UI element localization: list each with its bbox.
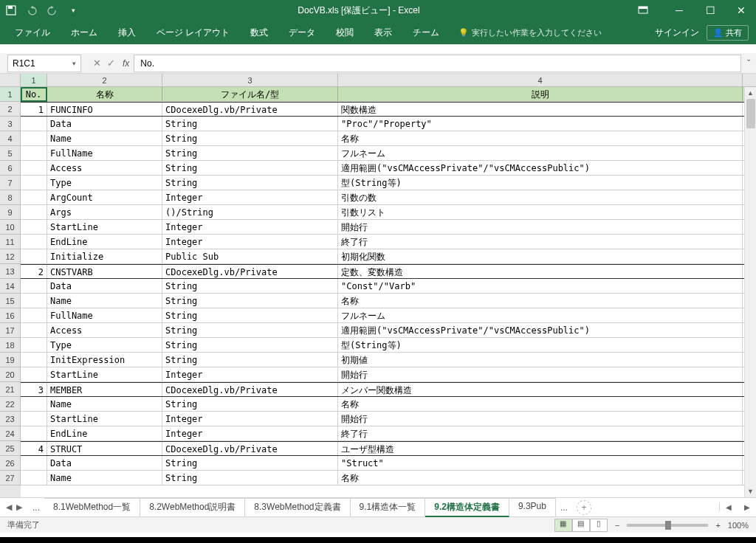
row-header[interactable]: 3 bbox=[0, 117, 21, 131]
cell-no[interactable]: 4 bbox=[21, 442, 47, 455]
cell-desc[interactable]: メンバー関数構造 bbox=[338, 383, 743, 396]
row-header[interactable]: 5 bbox=[0, 146, 21, 161]
row-header[interactable]: 22 bbox=[0, 397, 21, 412]
cell-name[interactable]: Data bbox=[47, 117, 162, 131]
cell-desc[interactable]: "Const"/"Varb" bbox=[338, 279, 743, 293]
cell-no[interactable] bbox=[21, 294, 47, 308]
cell-file[interactable]: String bbox=[162, 397, 338, 411]
cell-name[interactable]: InitExpression bbox=[47, 353, 162, 367]
row-header[interactable]: 25 bbox=[0, 441, 21, 456]
cell-desc[interactable]: 名称 bbox=[338, 131, 743, 145]
cell-no[interactable] bbox=[21, 353, 47, 367]
row-header[interactable]: 2 bbox=[0, 102, 21, 117]
cell-file[interactable]: String bbox=[162, 308, 338, 322]
cell-desc[interactable]: 型(String等) bbox=[338, 338, 743, 352]
cell-file[interactable]: String bbox=[162, 279, 338, 293]
tabs-overflow-left[interactable]: ... bbox=[28, 502, 44, 513]
cell-file[interactable]: String bbox=[162, 323, 338, 337]
cells-area[interactable]: No.名称ファイル名/型説明1FUNCINFOCDocexeDlg.vb/Pri… bbox=[21, 87, 756, 497]
cell-no[interactable] bbox=[21, 146, 47, 160]
cell-name[interactable]: Type bbox=[47, 338, 162, 352]
cell-no[interactable] bbox=[21, 161, 47, 175]
hscroll-left-icon[interactable]: ◀ bbox=[720, 503, 738, 511]
col-header-4[interactable]: 4 bbox=[338, 74, 743, 86]
cell-name[interactable]: STRUCT bbox=[47, 442, 162, 455]
cell-no[interactable] bbox=[21, 412, 47, 426]
row-header[interactable]: 21 bbox=[0, 382, 21, 397]
row-header[interactable]: 16 bbox=[0, 308, 21, 323]
cell-desc[interactable]: 開始行 bbox=[338, 367, 743, 381]
cell-name[interactable]: Args bbox=[47, 205, 162, 219]
row-header[interactable]: 8 bbox=[0, 190, 21, 205]
cell-file[interactable]: String bbox=[162, 146, 338, 160]
cell-desc[interactable]: 開始行 bbox=[338, 412, 743, 426]
page-break-view-button[interactable]: ▯ bbox=[590, 519, 608, 532]
col-header-1[interactable]: 1 bbox=[21, 74, 47, 86]
row-header[interactable]: 12 bbox=[0, 249, 21, 264]
cell-desc[interactable]: 引数リスト bbox=[338, 205, 743, 219]
row-header[interactable]: 6 bbox=[0, 161, 21, 176]
cell-file[interactable]: Integer bbox=[162, 235, 338, 249]
cell-name[interactable]: Access bbox=[47, 323, 162, 337]
cell-no[interactable] bbox=[21, 190, 47, 204]
cell-no[interactable]: 1 bbox=[21, 103, 47, 116]
cell-file[interactable]: CDocexeDlg.vb/Private bbox=[162, 442, 338, 455]
new-sheet-button[interactable]: + bbox=[577, 500, 591, 515]
cell-no[interactable] bbox=[21, 323, 47, 337]
cell-file[interactable]: String bbox=[162, 176, 338, 190]
cell-desc[interactable]: "Struct" bbox=[338, 456, 743, 470]
zoom-out-button[interactable]: − bbox=[615, 521, 619, 530]
minimize-icon[interactable]: ─ bbox=[669, 4, 690, 16]
cell-name[interactable]: EndLine bbox=[47, 426, 162, 440]
cell-name[interactable]: Access bbox=[47, 161, 162, 175]
cell-desc[interactable]: 名称 bbox=[338, 471, 743, 485]
cell-desc[interactable]: 終了行 bbox=[338, 426, 743, 440]
cell-desc[interactable]: 定数、変数構造 bbox=[338, 265, 743, 278]
cell-no[interactable]: 2 bbox=[21, 265, 47, 278]
cell-name[interactable]: Initialize bbox=[47, 249, 162, 263]
row-header[interactable]: 10 bbox=[0, 220, 21, 235]
normal-view-button[interactable]: ▦ bbox=[554, 519, 572, 532]
row-header[interactable]: 24 bbox=[0, 426, 21, 441]
cell-name[interactable]: Name bbox=[47, 294, 162, 308]
cell-desc[interactable]: 開始行 bbox=[338, 220, 743, 234]
tab-review[interactable]: 校閲 bbox=[329, 24, 361, 42]
scroll-thumb[interactable] bbox=[746, 99, 755, 128]
page-layout-view-button[interactable]: ▤ bbox=[572, 519, 590, 532]
sheet-tab[interactable]: 9.2構造体定義書 bbox=[425, 498, 509, 517]
zoom-level[interactable]: 100% bbox=[728, 521, 749, 530]
cell-no[interactable] bbox=[21, 220, 47, 234]
hscroll-right-icon[interactable]: ▶ bbox=[738, 503, 757, 511]
sheet-tab[interactable]: 9.3Pub bbox=[509, 498, 556, 517]
cell-desc[interactable]: 初期値 bbox=[338, 353, 743, 367]
ribbon-display-icon[interactable] bbox=[638, 5, 659, 15]
row-header[interactable]: 17 bbox=[0, 323, 21, 338]
cell-file[interactable]: Integer bbox=[162, 190, 338, 204]
fx-icon[interactable]: fx bbox=[123, 58, 129, 69]
tab-home[interactable]: ホーム bbox=[63, 24, 105, 42]
cell-name[interactable]: Data bbox=[47, 456, 162, 470]
cell-no[interactable] bbox=[21, 367, 47, 381]
row-header[interactable]: 11 bbox=[0, 235, 21, 249]
cell-name[interactable]: Name bbox=[47, 471, 162, 485]
horizontal-scrollbar[interactable]: ◀ ▶ bbox=[719, 503, 756, 511]
row-header[interactable]: 4 bbox=[0, 131, 21, 146]
row-header[interactable]: 14 bbox=[0, 279, 21, 294]
cell-no[interactable] bbox=[21, 117, 47, 131]
tab-file[interactable]: ファイル bbox=[7, 24, 58, 42]
cell-file[interactable]: Integer bbox=[162, 220, 338, 234]
cell-file[interactable]: String bbox=[162, 456, 338, 470]
row-header[interactable]: 13 bbox=[0, 264, 21, 279]
cell-file[interactable]: Integer bbox=[162, 412, 338, 426]
cell-desc[interactable]: 引数の数 bbox=[338, 190, 743, 204]
cell-file[interactable]: String bbox=[162, 131, 338, 145]
cell-file[interactable]: String bbox=[162, 471, 338, 485]
cell-desc[interactable]: 名称 bbox=[338, 294, 743, 308]
cell-file[interactable]: CDocexeDlg.vb/Private bbox=[162, 383, 338, 396]
cell-desc[interactable]: フルネーム bbox=[338, 308, 743, 322]
cell-no[interactable] bbox=[21, 471, 47, 485]
row-header[interactable]: 7 bbox=[0, 176, 21, 190]
cell-name[interactable]: Name bbox=[47, 397, 162, 411]
cell-file[interactable]: String bbox=[162, 161, 338, 175]
sheet-nav-next-icon[interactable]: ▶ bbox=[16, 502, 22, 512]
